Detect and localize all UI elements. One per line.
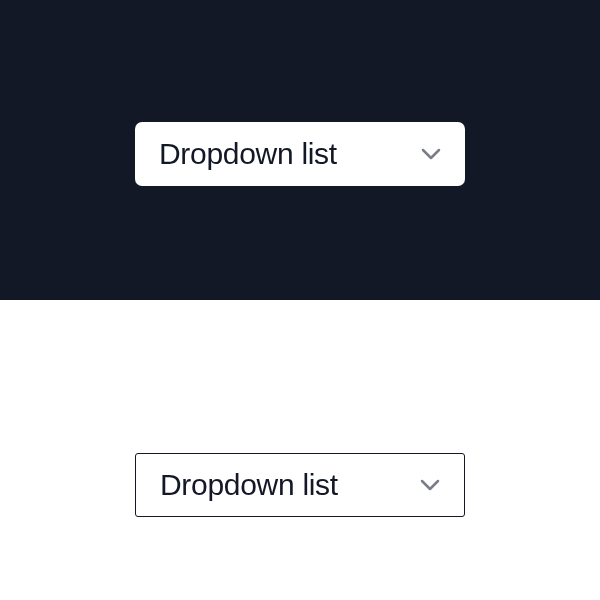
dark-panel: Dropdown list: [0, 0, 600, 300]
light-panel: Dropdown list: [0, 300, 600, 600]
dropdown-dark-variant[interactable]: Dropdown list: [135, 122, 465, 186]
dropdown-label: Dropdown list: [159, 137, 337, 171]
dropdown-label: Dropdown list: [160, 468, 338, 502]
dropdown-light-variant[interactable]: Dropdown list: [135, 453, 465, 517]
chevron-down-icon: [421, 148, 441, 160]
chevron-down-icon: [420, 479, 440, 491]
